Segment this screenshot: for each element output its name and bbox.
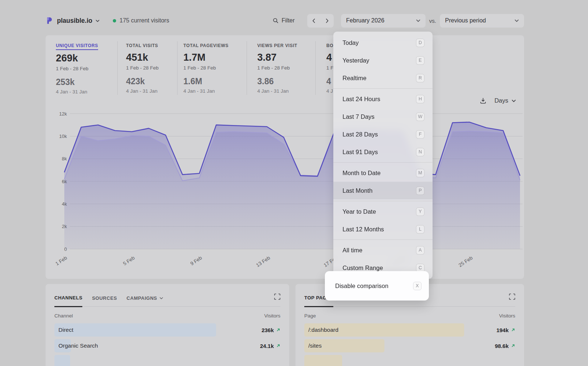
partial-row-bar [304,355,342,366]
shortcut-badge: W [416,113,424,121]
chevron-down-icon [96,19,100,22]
top-bar: plausible.io 175 current visitors Filter [46,13,524,28]
table-row[interactable]: /sites 98.6k [304,339,515,352]
menu-group: Today D Yesterday E Realtime R [333,32,433,88]
menu-item-disable-comparison[interactable]: Disable comparison X [325,271,429,301]
shortcut-badge: Y [416,207,424,216]
interval-value: Days [494,97,508,104]
tab-sources[interactable]: SOURCES [92,295,117,306]
interval-dropdown[interactable]: Days [494,97,516,104]
trend-up-icon [276,328,280,332]
channels-columns: Channel Visitors [54,313,280,319]
column-visitors: Visitors [499,313,515,319]
trend-up-icon [276,344,280,348]
next-period-arrow-button[interactable] [320,14,334,28]
visitors-card: UNIQUE VISITORS 269k 1 Feb - 28 Feb 253k… [46,35,524,279]
date-range-menu: Today D Yesterday E Realtime R Last 24 H… [333,32,433,279]
download-icon[interactable] [480,97,486,104]
menu-item-last-12-months[interactable]: Last 12 Months L [333,220,433,238]
table-row-partial [54,355,280,366]
filter-button[interactable]: Filter [273,17,295,24]
stat-unique-visitors[interactable]: UNIQUE VISITORS 269k 1 Feb - 28 Feb 253k… [56,42,98,95]
stat-bounce-rate-partial[interactable]: BO 4 1 F 4 4 J [326,42,334,94]
stat-total-pageviews[interactable]: TOTAL PAGEVIEWS 1.7M 1 Feb - 28 Feb 1.6M… [183,42,229,94]
table-row[interactable]: Direct 236k [54,323,280,337]
expand-icon[interactable] [274,294,280,300]
shortcut-badge: A [416,246,424,255]
current-visitors-label: 175 current visitors [119,17,169,24]
column-visitors: Visitors [264,313,280,319]
trend-up-icon [511,328,515,332]
expand-icon[interactable] [509,294,515,300]
date-range-picker[interactable]: February 2026 [341,14,426,28]
tab-channels[interactable]: CHANNELS [54,295,82,307]
column-page: Page [304,313,316,319]
channels-rows: Direct 236k Organic Search 24.1k [54,323,280,366]
pages-columns: Page Visitors [304,313,515,319]
visitors-chart-svg: 02k4k6k8k10k12k [55,109,523,252]
shortcut-badge: R [416,74,424,82]
shortcut-badge: D [416,39,424,47]
shortcut-badge: X [413,282,422,290]
divider [177,41,178,95]
shortcut-badge: F [416,130,424,139]
site-picker[interactable]: plausible.io [46,17,100,25]
menu-item-today[interactable]: Today D [333,34,433,51]
svg-text:0: 0 [64,246,67,252]
date-range-value: February 2026 [346,17,384,24]
channels-tabs: CHANNELS SOURCES CAMPAIGNS [54,284,280,307]
vs-label: vs. [429,18,436,24]
menu-item-last-7-days[interactable]: Last 7 Days W [333,108,433,125]
svg-text:8k: 8k [62,156,67,161]
menu-item-month-to-date[interactable]: Month to Date M [333,164,433,182]
comparison-picker[interactable]: Previous period [440,14,524,28]
current-visitors[interactable]: 175 current visitors [113,17,169,24]
stat-total-visits[interactable]: TOTAL VISITS 451k 1 Feb - 28 Feb 423k 4 … [126,42,159,94]
live-dot-icon [113,19,116,22]
menu-item-last-month[interactable]: Last Month P [333,182,433,199]
plausible-logo-icon [46,17,54,25]
comparison-value: Previous period [445,17,486,24]
shortcut-badge: N [416,148,424,156]
site-name: plausible.io [57,17,92,25]
chevron-down-icon [514,19,519,22]
menu-item-last-28-days[interactable]: Last 28 Days F [333,125,433,143]
shortcut-badge: H [416,95,424,103]
svg-text:12k: 12k [59,111,67,117]
divider [247,41,247,95]
previous-period-arrow-button[interactable] [307,14,320,28]
chevron-down-icon [159,297,163,299]
search-icon [273,18,279,24]
menu-group: Month to Date M Last Month P [333,162,433,201]
channels-panel: CHANNELS SOURCES CAMPAIGNS Channel Visit… [46,284,289,366]
shortcut-badge: L [416,225,424,234]
filter-label: Filter [282,17,295,24]
row-bar [54,323,216,337]
period-nav [307,14,334,28]
column-channel: Channel [54,313,73,319]
tab-campaigns[interactable]: CAMPAIGNS [126,295,163,306]
svg-text:6k: 6k [62,179,67,184]
shortcut-badge: E [416,56,424,65]
plausible-dashboard: plausible.io 175 current visitors Filter [0,0,588,366]
menu-item-last-24-hours[interactable]: Last 24 Hours H [333,90,433,108]
comparison-menu: Disable comparison X [325,271,429,301]
menu-item-all-time[interactable]: All time A [333,241,433,259]
svg-text:4k: 4k [62,201,67,207]
menu-item-last-91-days[interactable]: Last 91 Days N [333,143,433,161]
menu-item-year-to-date[interactable]: Year to Date Y [333,203,433,220]
menu-item-realtime[interactable]: Realtime R [333,69,433,87]
chevron-down-icon [416,19,420,22]
chart-controls: Days [480,97,516,104]
table-row[interactable]: Organic Search 24.1k [54,339,280,352]
table-row[interactable]: /:dashboard 194k [304,323,515,337]
trend-up-icon [511,344,515,348]
menu-item-yesterday[interactable]: Yesterday E [333,51,433,69]
pages-rows: /:dashboard 194k /sites 98.6k [304,323,515,366]
divider [117,41,118,95]
visitors-chart: 02k4k6k8k10k12k 1 Feb5 Feb9 Feb13 Feb17 … [55,109,523,274]
svg-text:2k: 2k [62,224,67,229]
table-row-partial [304,355,515,366]
stat-views-per-visit[interactable]: VIEWS PER VISIT 3.87 1 Feb - 28 Feb 3.86… [257,42,297,94]
partial-row-bar [54,355,70,366]
